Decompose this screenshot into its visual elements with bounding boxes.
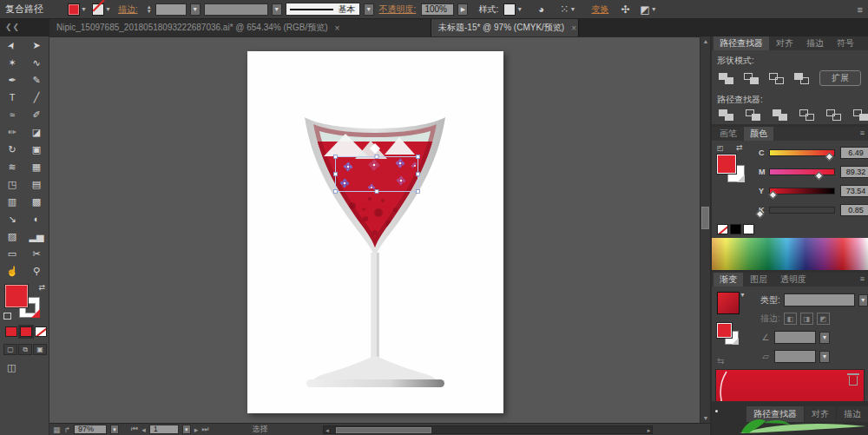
color-spectrum-bar[interactable]: [712, 238, 868, 270]
crop-button[interactable]: [799, 109, 814, 121]
tab-layers[interactable]: 图层: [744, 273, 773, 287]
panel-menu-icon[interactable]: ≡: [860, 274, 865, 283]
export-icon[interactable]: ↱: [64, 425, 71, 434]
tool-slice[interactable]: ✂: [24, 245, 49, 262]
color-mode-button[interactable]: [5, 326, 17, 337]
tool-pen[interactable]: ✒: [0, 71, 24, 89]
channel-value-field[interactable]: 6.49: [840, 147, 868, 159]
first-artboard-icon[interactable]: ⏮: [131, 425, 138, 434]
document-tab-inactive[interactable]: Nipic_15097685_20180518093222687036.ai* …: [49, 19, 431, 36]
grid-icon[interactable]: ▦: [53, 425, 61, 434]
expand-button[interactable]: 扩展: [819, 70, 861, 86]
tool-gradient[interactable]: ▩: [24, 193, 49, 210]
tool-blend[interactable]: ◐: [24, 210, 49, 227]
default-fill-stroke-icon[interactable]: [3, 313, 11, 320]
channel-value-field[interactable]: 73.54: [840, 185, 868, 197]
reverse-gradient-icon[interactable]: ⇆: [717, 356, 755, 366]
fill-proxy[interactable]: [717, 155, 736, 174]
document-tab-active[interactable]: 未标题-15* @ 97% (CMYK/预览) ×: [431, 19, 579, 36]
last-artboard-icon[interactable]: ⏭: [201, 425, 208, 434]
stroke-color-button[interactable]: ▼: [92, 3, 111, 16]
tool-free-transform[interactable]: ▣: [24, 141, 49, 158]
channel-slider[interactable]: [769, 188, 835, 194]
tool-pencil[interactable]: ✏: [0, 123, 24, 141]
vscroll-thumb[interactable]: [701, 207, 709, 229]
unite-button[interactable]: [719, 73, 733, 84]
draw-normal-button[interactable]: ▢: [3, 344, 17, 355]
horizontal-scrollbar[interactable]: ◂ ▸: [323, 425, 653, 434]
tool-artboard[interactable]: ▭: [0, 245, 24, 262]
style-swatch-button[interactable]: ▼: [503, 3, 523, 16]
tool-zoom[interactable]: ⚲: [24, 262, 49, 280]
chevron-down-icon[interactable]: ▼: [819, 351, 830, 363]
white-swatch[interactable]: [743, 224, 754, 234]
chevron-down-icon[interactable]: ▼: [858, 294, 868, 306]
panel-tab[interactable]: 符号: [831, 36, 860, 50]
minus-back-button[interactable]: [853, 109, 868, 121]
tab-brushes[interactable]: 画笔: [713, 127, 743, 141]
chevron-down-icon[interactable]: ▼: [182, 425, 191, 434]
variable-width-select[interactable]: [204, 3, 268, 16]
gradient-type-select[interactable]: [784, 293, 855, 306]
tool-symbol-sprayer[interactable]: ▨: [0, 227, 24, 245]
tool-rotate[interactable]: ↻: [0, 141, 24, 158]
tool-type[interactable]: T: [0, 89, 24, 106]
gradient-aspect-field[interactable]: [774, 350, 816, 363]
fill-proxy[interactable]: [5, 285, 28, 307]
stroke-along-button[interactable]: ◨: [800, 313, 813, 325]
tab-transparency[interactable]: 透明度: [774, 273, 812, 287]
fill-stroke-control[interactable]: ⇄: [3, 283, 47, 320]
tool-selection[interactable]: ➤: [0, 36, 24, 54]
panel-tab[interactable]: 路径查找器: [713, 36, 769, 50]
isolate-selected-icon[interactable]: ✣: [621, 3, 629, 16]
tool-line-segment[interactable]: ╱: [24, 89, 49, 106]
chevron-down-icon[interactable]: ▼: [190, 3, 201, 16]
screen-mode-button[interactable]: ◫: [7, 362, 49, 373]
tool-curvature-pen[interactable]: ✎: [24, 71, 49, 89]
tool-lasso[interactable]: ∿: [24, 54, 49, 71]
scroll-right-icon[interactable]: ▸: [648, 426, 651, 434]
opacity-link[interactable]: 不透明度:: [379, 3, 417, 16]
tab-color[interactable]: 颜色: [744, 127, 773, 141]
chevron-right-icon[interactable]: ▶: [457, 3, 468, 16]
opacity-field[interactable]: 100%: [421, 3, 454, 16]
brush-definition-select[interactable]: 基本: [286, 3, 360, 16]
chevron-down-icon[interactable]: ▼: [364, 3, 374, 16]
tool-shape-builder[interactable]: ◳: [0, 175, 24, 193]
merge-button[interactable]: [773, 109, 787, 121]
chevron-down-icon[interactable]: ▼: [110, 425, 119, 434]
tool-mesh[interactable]: ▥: [0, 193, 24, 210]
panel-menu-icon[interactable]: ≡: [860, 129, 865, 137]
gradient-swatch[interactable]: [717, 292, 740, 314]
channel-slider[interactable]: [769, 168, 835, 175]
draw-inside-button[interactable]: ▣: [33, 344, 47, 355]
tool-width-tool[interactable]: ≋: [0, 158, 24, 175]
vertical-scrollbar[interactable]: ▲ ▼: [700, 36, 710, 423]
chevron-down-icon[interactable]: ▼: [272, 3, 282, 16]
stroke-weight-field[interactable]: [155, 3, 187, 16]
prev-artboard-icon[interactable]: ◂: [141, 425, 146, 434]
panel-tab[interactable]: 描边: [800, 36, 830, 50]
tool-direct-selection[interactable]: ➤: [24, 36, 49, 54]
swap-fill-stroke-icon[interactable]: ⇄: [38, 283, 45, 292]
align-options-icon[interactable]: ⁙▼: [560, 3, 575, 16]
swap-fill-stroke-icon[interactable]: ⇄: [736, 143, 743, 152]
chevron-down-icon[interactable]: ▼: [740, 292, 746, 298]
delete-stop-icon[interactable]: [849, 376, 858, 386]
scroll-left-icon[interactable]: ◂: [326, 426, 329, 434]
tools-collapse-icon[interactable]: ❮❮: [5, 23, 20, 31]
artboard[interactable]: [247, 51, 503, 413]
chevron-down-icon[interactable]: ▼: [819, 332, 830, 344]
gradient-mode-button[interactable]: [20, 326, 32, 337]
close-icon[interactable]: ×: [335, 23, 340, 33]
tool-paintbrush[interactable]: ✐: [24, 106, 49, 123]
stroke-link[interactable]: 描边:: [118, 3, 138, 16]
close-icon[interactable]: ×: [571, 23, 576, 33]
channel-value-field[interactable]: 0.85: [840, 204, 868, 216]
gradient-fill-stroke[interactable]: [717, 323, 748, 353]
tool-shaper[interactable]: ≈: [0, 106, 24, 123]
fill-proxy[interactable]: [717, 323, 732, 338]
zoom-level-field[interactable]: 97%: [74, 425, 107, 434]
hscroll-thumb[interactable]: [336, 427, 431, 433]
channel-slider[interactable]: [769, 207, 835, 214]
